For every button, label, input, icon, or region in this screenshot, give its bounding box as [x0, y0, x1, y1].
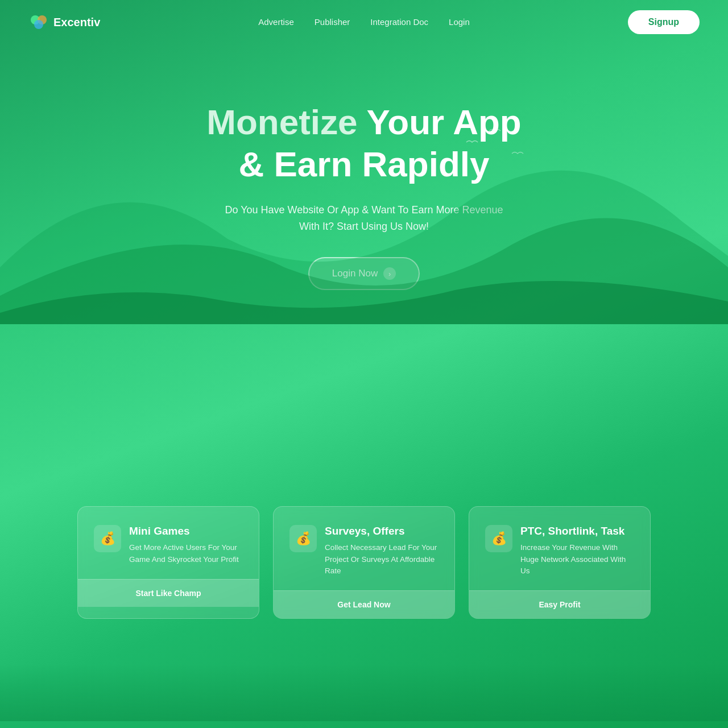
- card-ptc-text: PTC, Shortlink, Task Increase Your Reven…: [520, 525, 634, 577]
- card-surveys-desc: Collect Necessary Lead For Your Project …: [325, 542, 439, 577]
- card-ptc-desc: Increase Your Revenue With Huge Network …: [520, 542, 634, 577]
- nav-link-integration-doc[interactable]: Integration Doc: [370, 17, 428, 27]
- money-bag-icon-2: 💰: [289, 525, 317, 552]
- card-surveys-icon-area: 💰 Surveys, Offers Collect Necessary Lead…: [289, 525, 439, 577]
- nav-link-publisher[interactable]: Publisher: [315, 17, 350, 27]
- card-ptc: 💰 PTC, Shortlink, Task Increase Your Rev…: [469, 506, 651, 619]
- svg-point-2: [34, 20, 43, 29]
- nav-item-login[interactable]: Login: [449, 17, 470, 27]
- card-mini-games: 💰 Mini Games Get More Active Users For Y…: [77, 506, 259, 619]
- card-ptc-title: PTC, Shortlink, Task: [520, 525, 634, 537]
- card-mini-games-text: Mini Games Get More Active Users For You…: [129, 525, 243, 565]
- navbar: Excentiv Advertise Publisher Integration…: [0, 0, 728, 44]
- card-ptc-icon-area: 💰 PTC, Shortlink, Task Increase Your Rev…: [485, 525, 634, 577]
- money-bag-icon-3: 💰: [485, 525, 512, 552]
- card-mini-games-icon-area: 💰 Mini Games Get More Active Users For Y…: [94, 525, 243, 565]
- start-like-champ-button[interactable]: Start Like Champ: [78, 579, 259, 607]
- login-now-label: Login Now: [332, 268, 378, 279]
- card-surveys-title: Surveys, Offers: [325, 525, 439, 537]
- card-surveys: 💰 Surveys, Offers Collect Necessary Lead…: [273, 506, 455, 619]
- nav-item-integration-doc[interactable]: Integration Doc: [370, 17, 428, 27]
- nav-link-advertise[interactable]: Advertise: [258, 17, 294, 27]
- money-bag-icon-1: 💰: [94, 525, 121, 552]
- signup-button[interactable]: Signup: [628, 10, 700, 34]
- easy-profit-button[interactable]: Easy Profit: [469, 590, 650, 618]
- nav-item-publisher[interactable]: Publisher: [315, 17, 350, 27]
- bottom-area: [0, 664, 728, 721]
- hero-title: Monetize Your App& Earn Rapidly: [11, 101, 717, 186]
- get-lead-now-button[interactable]: Get Lead Now: [274, 590, 454, 618]
- nav-item-advertise[interactable]: Advertise: [258, 17, 294, 27]
- logo-area: Excentiv: [28, 12, 100, 32]
- cards-section: 💰 Mini Games Get More Active Users For Y…: [0, 324, 728, 664]
- login-now-button[interactable]: Login Now ›: [308, 257, 420, 290]
- nav-link-login[interactable]: Login: [449, 17, 470, 27]
- nav-links: Advertise Publisher Integration Doc Logi…: [258, 17, 470, 27]
- card-mini-games-title: Mini Games: [129, 525, 243, 537]
- logo-text: Excentiv: [53, 16, 100, 29]
- card-mini-games-desc: Get More Active Users For Your Game And …: [129, 542, 243, 565]
- logo-icon: [28, 12, 49, 32]
- arrow-icon: ›: [383, 267, 396, 280]
- hero-subtitle: Do You Have Website Or App & Want To Ear…: [222, 202, 506, 235]
- card-surveys-text: Surveys, Offers Collect Necessary Lead F…: [325, 525, 439, 577]
- hero-section: Monetize Your App& Earn Rapidly Do You H…: [0, 44, 728, 324]
